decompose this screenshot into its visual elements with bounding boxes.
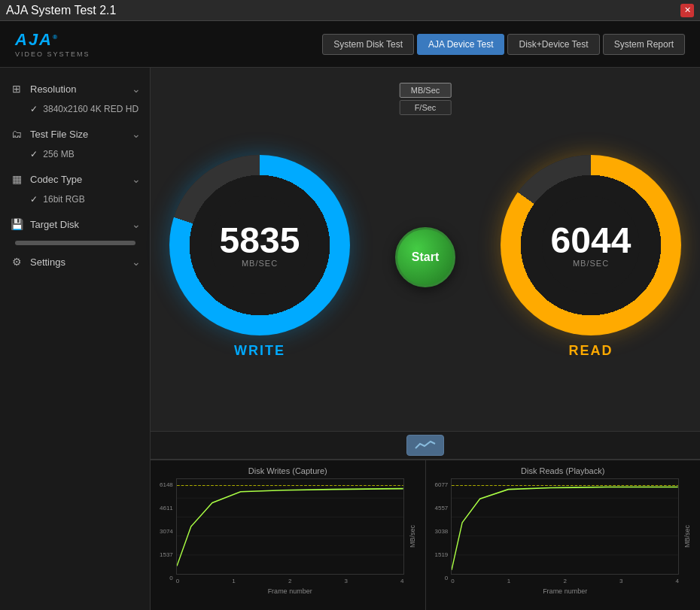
write-y-label: MB/sec [409, 525, 416, 548]
write-chart-title: Disk Writes (Capture) [160, 466, 416, 475]
main: ⊞ Resolution ⌄ ✓ 3840x2160 4K RED HD 🗂 T… [0, 68, 700, 610]
charts-area: Disk Writes (Capture) 6148 4611 3074 153… [151, 460, 700, 610]
write-label: WRITE [234, 343, 285, 359]
logo: AJA® [15, 30, 90, 50]
write-y0: 0 [169, 575, 172, 581]
read-gauge: 6044 MB/SEC [501, 155, 681, 335]
codec-icon: ▦ [9, 171, 24, 187]
read-chart-title: Disk Reads (Playback) [435, 466, 692, 475]
sidebar-item-target-disk[interactable]: 💾 Target Disk ⌄ [0, 211, 150, 238]
write-x-label: Frame number [176, 587, 404, 595]
sidebar: ⊞ Resolution ⌄ ✓ 3840x2160 4K RED HD 🗂 T… [0, 68, 151, 610]
gauges: 5835 MB/SEC WRITE Start 6044 MB/SEC [166, 155, 685, 359]
titlebar-title: AJA System Test 2.1 [6, 4, 116, 17]
write-gauge-container: 5835 MB/SEC WRITE [169, 155, 350, 359]
mb-sec-button[interactable]: MB/Sec [400, 83, 452, 98]
aja-device-test-button[interactable]: AJA Device Test [417, 34, 504, 55]
write-y3: 4611 [160, 505, 173, 511]
write-x0: 0 [176, 578, 179, 584]
read-x0: 0 [451, 578, 454, 584]
write-value: 5835 [220, 223, 300, 259]
read-value: 6044 [551, 223, 632, 259]
sidebar-item-codec-type[interactable]: ▦ Codec Type ⌄ [0, 165, 150, 193]
chart-toggle-button[interactable] [406, 435, 444, 456]
write-y4: 6148 [160, 481, 173, 488]
start-button[interactable]: Start [395, 227, 455, 287]
file-size-value: ✓ 256 MB [0, 147, 150, 165]
system-disk-test-button[interactable]: System Disk Test [322, 34, 414, 55]
unit-buttons: MB/Sec F/Sec [400, 83, 452, 115]
write-x3: 3 [344, 578, 347, 584]
settings-icon: ⚙ [9, 254, 24, 269]
codec-value: ✓ 16bit RGB [0, 193, 150, 211]
write-x2: 2 [288, 578, 291, 584]
read-y3: 4557 [435, 505, 449, 511]
write-gauge: 5835 MB/SEC [169, 155, 350, 335]
disk-device-test-button[interactable]: Disk+Device Test [507, 34, 599, 55]
logo-text: AJA® [15, 30, 59, 49]
write-chart-panel: Disk Writes (Capture) 6148 4611 3074 153… [151, 460, 426, 610]
write-chart-svg [176, 478, 404, 575]
read-x2: 2 [563, 578, 566, 584]
sidebar-item-settings[interactable]: ⚙ Settings ⌄ [0, 248, 150, 275]
titlebar: AJA System Test 2.1 ✕ [0, 0, 700, 21]
read-y2: 3038 [435, 528, 449, 535]
write-unit: MB/SEC [242, 259, 278, 268]
f-sec-button[interactable]: F/Sec [400, 100, 452, 115]
resolution-expand-icon: ⌄ [132, 83, 141, 95]
read-x-label: Frame number [451, 587, 679, 595]
read-unit: MB/SEC [573, 259, 609, 268]
read-y4: 6077 [435, 481, 449, 488]
close-button[interactable]: ✕ [680, 4, 694, 17]
settings-expand-icon: ⌄ [132, 256, 141, 268]
header: AJA® VIDEO SYSTEMS System Disk Test AJA … [0, 21, 700, 68]
sidebar-item-resolution[interactable]: ⊞ Resolution ⌄ [0, 75, 150, 102]
system-report-button[interactable]: System Report [603, 34, 685, 55]
codec-expand-icon: ⌄ [132, 173, 141, 185]
read-x1: 1 [507, 578, 510, 584]
target-disk-expand-icon: ⌄ [132, 218, 141, 230]
file-size-expand-icon: ⌄ [132, 128, 141, 140]
read-chart-svg [451, 478, 679, 575]
read-y-label: MB/sec [683, 525, 691, 548]
sidebar-item-test-file-size[interactable]: 🗂 Test File Size ⌄ [0, 120, 150, 147]
scrollbar-thumb [15, 241, 135, 245]
write-y1: 1537 [160, 551, 173, 558]
read-label: READ [568, 343, 613, 359]
write-gauge-inner: 5835 MB/SEC [211, 196, 309, 294]
resolution-icon: ⊞ [9, 81, 24, 96]
gauge-area: MB/Sec F/Sec 5835 MB/SEC WRITE Start [151, 68, 700, 431]
write-y2: 3074 [160, 528, 173, 535]
chart-toggle-area [151, 431, 700, 460]
target-disk-icon: 💾 [9, 217, 24, 232]
logo-area: AJA® VIDEO SYSTEMS [15, 30, 90, 58]
read-y0: 0 [445, 575, 448, 581]
content: MB/Sec F/Sec 5835 MB/SEC WRITE Start [151, 68, 700, 610]
read-gauge-container: 6044 MB/SEC READ [501, 155, 681, 359]
nav-buttons: System Disk Test AJA Device Test Disk+De… [322, 34, 685, 55]
logo-subtitle: VIDEO SYSTEMS [15, 50, 90, 58]
write-x1: 1 [232, 578, 235, 584]
read-x3: 3 [619, 578, 622, 584]
read-chart-panel: Disk Reads (Playback) 6077 4557 3038 151… [426, 460, 701, 610]
read-y1: 1519 [435, 551, 449, 558]
resolution-value: ✓ 3840x2160 4K RED HD [0, 102, 150, 120]
file-size-icon: 🗂 [9, 126, 24, 141]
read-gauge-inner: 6044 MB/SEC [542, 196, 640, 294]
chart-icon [414, 439, 437, 451]
